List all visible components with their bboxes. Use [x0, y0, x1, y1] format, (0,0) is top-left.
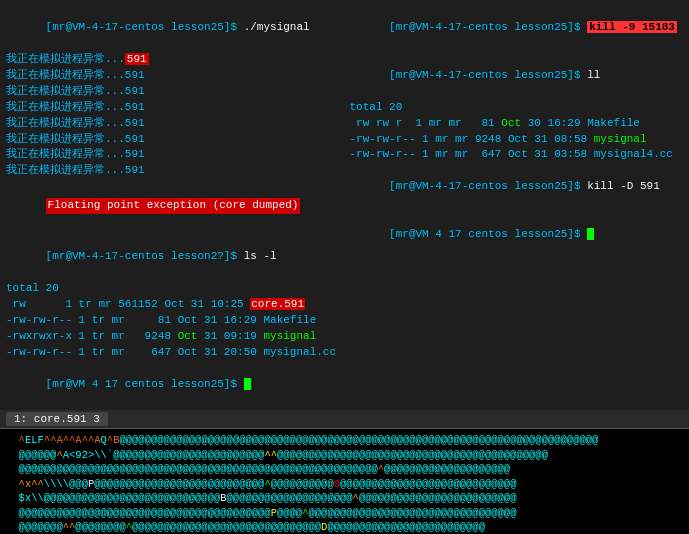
- left-line-7: 我正在模拟进程异常...591: [6, 132, 340, 148]
- left-line-3: 我正在模拟进程异常...591: [6, 68, 340, 84]
- left-panel: [mr@VM-4-17-centos lesson25]$ ./mysignal…: [6, 4, 340, 408]
- left-line-6: 我正在模拟进程异常...591: [6, 116, 340, 132]
- right-row-2: -rw-rw-r-- 1 mr mr 9248 Oct 31 08:58 mys…: [350, 132, 684, 148]
- binary-line-3: ^x^^\\\\@@@P@@@@@@@@@@@@@@@@@@@@@@@@@@@^…: [6, 477, 683, 491]
- left-line-4: 我正在模拟进程异常...591: [6, 84, 340, 100]
- left-line-8: 我正在模拟进程异常...591: [6, 147, 340, 163]
- binary-line-6: @@@@@@@^^@@@@@@@@^@@@@@@@@@@@@@@@@@@@@@@…: [6, 520, 683, 534]
- binary-line-5: @@@@@@@@@@@@@@@@@@@@@@@@@@@@@@@@@@@@@@@@…: [6, 506, 683, 520]
- ls-row-4: -rw-rw-r-- 1 tr mr 647 Oct 31 20:50 mysi…: [6, 345, 340, 361]
- ls-row-1: rw 1 tr mr 561152 Oct 31 10:25 core.591: [6, 297, 340, 313]
- right-row-1: rw rw r 1 mr mr 81 Oct 30 16:29 Makefile: [350, 116, 684, 132]
- error-line: Floating point exception (core dumped): [6, 181, 340, 231]
- right-line-2: [mr@VM-4-17-centos lesson25]$ ll: [350, 52, 684, 100]
- binary-line-2: @@@@@@@@@@@@@@@@@@@@@@@@@@@@@@@@@@@@@@@@…: [6, 462, 683, 476]
- right-row-3: -rw-rw-r-- 1 mr mr 647 Oct 31 03:58 mysi…: [350, 147, 684, 163]
- top-section: [mr@VM-4-17-centos lesson25]$ ./mysignal…: [0, 0, 689, 410]
- right-line-1: [mr@VM-4-17-centos lesson25]$ kill -9 15…: [350, 4, 684, 52]
- binary-line-1: @@@@@@^A<92>\\`@@@@@@@@@@@@@@@@@@@@@@@@^…: [6, 448, 683, 462]
- ls-row-3: -rwxrwxr-x 1 tr mr 9248 Oct 31 09:19 mys…: [6, 329, 340, 345]
- ls-total: total 20: [6, 281, 340, 297]
- left-line-1: [mr@VM-4-17-centos lesson25]$ ./mysignal: [6, 4, 340, 52]
- right-line-kill: [mr@VM-4-17-centos lesson25]$ kill -D 59…: [350, 163, 684, 211]
- right-prompt-end: [mr@VM 4 17 centos lesson25]$: [350, 211, 684, 259]
- ls-prompt-end: [mr@VM 4 17 centos lesson25]$: [6, 361, 340, 409]
- right-total: total 20: [350, 100, 684, 116]
- left-line-2: 我正在模拟进程异常...591: [6, 52, 340, 68]
- binary-line-4: $x\\@@@@@@@@@@@@@@@@@@@@@@@@@@@@B@@@@@@@…: [6, 491, 683, 505]
- tab-bar: 1: core.591 3: [0, 410, 689, 429]
- left-line-5: 我正在模拟进程异常...591: [6, 100, 340, 116]
- ls-row-2: -rw-rw-r-- 1 tr mr 81 Oct 31 16:29 Makef…: [6, 313, 340, 329]
- left-line-9: 我正在模拟进程异常...591: [6, 163, 340, 179]
- tab-core[interactable]: 1: core.591 3: [6, 412, 108, 426]
- bottom-terminal: ^ELF^^A^^A^^AQ^B@@@@@@@@@@@@@@@@@@@@@@@@…: [0, 429, 689, 534]
- elf-line-1: ^ELF^^A^^A^^AQ^B@@@@@@@@@@@@@@@@@@@@@@@@…: [6, 433, 683, 447]
- right-panel: [mr@VM-4-17-centos lesson25]$ kill -9 15…: [350, 4, 684, 408]
- ls-prompt: [mr@VM-4-17-centos lesson2?]$ ls -l: [6, 233, 340, 281]
